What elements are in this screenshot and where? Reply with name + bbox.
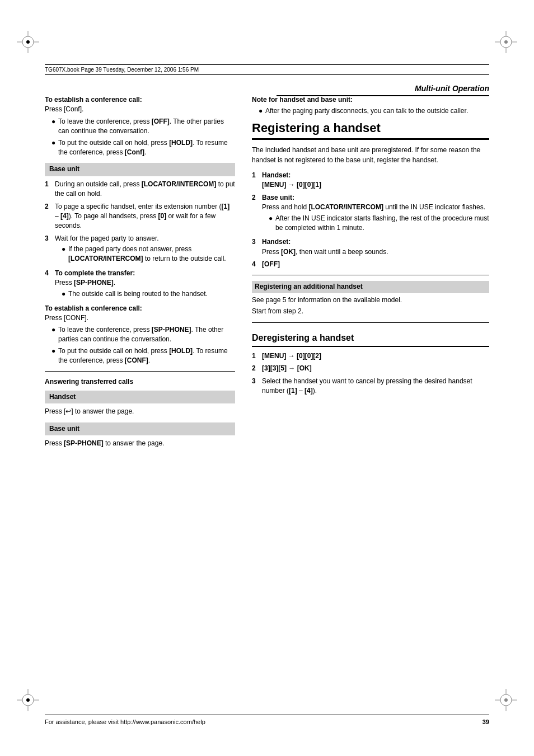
register-step-4: 4 [OFF] xyxy=(252,260,489,269)
additional-text2: Start from step 2. xyxy=(252,307,489,316)
corner-mark-bl xyxy=(17,689,39,711)
step-1-num: 1 xyxy=(45,180,55,199)
step-2: 2 To page a specific handset, enter its … xyxy=(45,202,235,231)
bullet-dot: ● xyxy=(62,245,68,264)
corner-mark-tr xyxy=(495,31,517,53)
bullet-item: ● The outside call is being routed to th… xyxy=(62,289,235,299)
base-unit2-text: Press [SP-PHONE] to answer the page. xyxy=(45,439,235,448)
conference-call-press: Press [Conf]. xyxy=(45,105,235,114)
deregister-step-1: 1 [MENU] → [0][0][2] xyxy=(252,351,489,361)
base-unit-label: Base unit xyxy=(49,165,79,173)
bullet-dot: ● xyxy=(259,106,265,116)
corner-mark-tl xyxy=(17,31,39,53)
base-unit2-label: Base unit xyxy=(49,425,79,433)
deregister-step-2: 2 [3][3][5] → [OK] xyxy=(252,364,489,373)
bullet-item: ● To put the outside call on hold, press… xyxy=(51,138,235,158)
bullet-dot: ● xyxy=(51,325,58,345)
note-bullet-text: After the paging party disconnects, you … xyxy=(265,106,489,116)
bullet-dot: ● xyxy=(269,214,275,233)
bullet-item: ● After the paging party disconnects, yo… xyxy=(259,106,489,116)
note-bullets: ● After the paging party disconnects, yo… xyxy=(259,106,489,116)
bullet-dot: ● xyxy=(62,289,68,299)
base-unit-box: Base unit xyxy=(45,163,235,176)
two-column-layout: To establish a conference call: Press [C… xyxy=(45,95,489,448)
step-3-bullets: ● If the paged party does not answer, pr… xyxy=(62,245,235,264)
step-4-bullets: ● The outside call is being routed to th… xyxy=(62,289,235,299)
bullet-item: ● To leave the conference, press [SP-PHO… xyxy=(51,325,235,345)
step-1: 1 During an outside call, press [LOCATOR… xyxy=(45,180,235,199)
step2-bullets: ● After the IN USE indicator starts flas… xyxy=(269,214,489,233)
footer-text: For assistance, please visit http://www.… xyxy=(45,719,205,725)
left-column: To establish a conference call: Press [C… xyxy=(45,95,235,448)
conference-heading-label: To establish a conference call: xyxy=(45,96,142,104)
note-title: Note for handset and base unit: xyxy=(252,95,489,105)
step-4: 4 To complete the transfer: Press [SP-PH… xyxy=(45,269,235,300)
page: TG607X.book Page 39 Tuesday, December 12… xyxy=(0,0,534,756)
conference-bullets: ● To leave the conference, press [OFF]. … xyxy=(51,117,235,158)
bullet-text: To put the outside call on hold, press [… xyxy=(58,138,235,158)
step-2-content: To page a specific handset, enter its ex… xyxy=(55,202,235,231)
right-column: Note for handset and base unit: ● After … xyxy=(252,95,489,448)
svg-point-17 xyxy=(26,698,30,702)
bullet-item: ● If the paged party does not answer, pr… xyxy=(62,245,235,264)
divider-1 xyxy=(45,371,235,372)
svg-point-11 xyxy=(504,40,508,44)
step-3-num: 3 xyxy=(45,234,55,266)
handset-text-content: Press [↩] to answer the page. xyxy=(45,407,134,415)
step-3: 3 Wait for the paged party to answer. ● … xyxy=(45,234,235,266)
deregister-step-3: 3 Select the handset you want to cancel … xyxy=(252,377,489,396)
register-step-1: 1 Handset: [MENU] → [0][0][1] xyxy=(252,171,489,190)
step-num: 3 xyxy=(252,237,262,257)
conference2-press-text: Press [CONF]. xyxy=(45,314,88,322)
divider-2 xyxy=(252,275,489,275)
deregister-heading: Deregistering a handset xyxy=(252,331,489,347)
step-content: Select the handset you want to cancel by… xyxy=(262,377,489,396)
conference2-heading-label: To establish a conference call: xyxy=(45,304,142,312)
bullet-dot: ● xyxy=(51,346,58,366)
bullet-text: If the paged party does not answer, pres… xyxy=(68,245,235,264)
bullet-text: To leave the conference, press [SP-PHONE… xyxy=(58,325,235,345)
register-step-2: 2 Base unit: Press and hold [LOCATOR/INT… xyxy=(252,193,489,235)
bullet-item: ● To leave the conference, press [OFF]. … xyxy=(51,117,235,137)
file-info-text: TG607X.book Page 39 Tuesday, December 12… xyxy=(45,67,199,73)
handset-box: Handset xyxy=(45,391,235,403)
conference-call-heading: To establish a conference call: xyxy=(45,95,235,105)
step-content: Handset: [MENU] → [0][0][1] xyxy=(262,171,489,190)
handset-label: Handset xyxy=(49,393,76,401)
step-2-num: 2 xyxy=(45,202,55,231)
handset-text: Press [↩] to answer the page. xyxy=(45,407,235,416)
conference-press-text: Press [Conf]. xyxy=(45,105,83,113)
main-heading: Registering a handset xyxy=(252,121,489,140)
content-area: To establish a conference call: Press [C… xyxy=(45,76,489,700)
step-4-num: 4 xyxy=(45,269,55,300)
step-content: [3][3][5] → [OK] xyxy=(262,364,489,373)
step-content: [OFF] xyxy=(262,260,489,269)
register-step-3: 3 Handset: Press [OK], then wait until a… xyxy=(252,237,489,257)
additional-text1: See page 5 for information on the availa… xyxy=(252,295,489,305)
additional-handset-box: Registering an additional handset xyxy=(252,281,489,293)
additional-heading-text: Registering an additional handset xyxy=(255,283,363,290)
step-num: 2 xyxy=(252,364,262,373)
conference2-bullets: ● To leave the conference, press [SP-PHO… xyxy=(51,325,235,366)
file-info-bar: TG607X.book Page 39 Tuesday, December 12… xyxy=(45,64,489,75)
answering-label-text: Answering transferred calls xyxy=(45,378,133,386)
step-num: 1 xyxy=(252,351,262,361)
svg-point-23 xyxy=(504,698,508,702)
step-content: Base unit: Press and hold [LOCATOR/INTER… xyxy=(262,193,489,235)
step-4-content: To complete the transfer: Press [SP-PHON… xyxy=(55,269,235,300)
base-unit2-box: Base unit xyxy=(45,422,235,435)
note-box: Note for handset and base unit: ● After … xyxy=(252,95,489,116)
bullet-text: The outside call is being routed to the … xyxy=(68,289,235,299)
conference-call2-heading: To establish a conference call: xyxy=(45,304,235,313)
bullet-text: To leave the conference, press [OFF]. Th… xyxy=(58,117,235,137)
conference-call2-press: Press [CONF]. xyxy=(45,313,235,323)
svg-point-5 xyxy=(26,40,30,44)
step-num: 2 xyxy=(252,193,262,235)
bullet-dot: ● xyxy=(51,117,58,137)
intro-text: The included handset and base unit are p… xyxy=(252,145,489,165)
step-content: [MENU] → [0][0][2] xyxy=(262,351,489,361)
divider-3 xyxy=(252,322,489,323)
step-content: Handset: Press [OK], then wait until a b… xyxy=(262,237,489,257)
bullet-text: After the IN USE indicator starts flashi… xyxy=(275,214,489,233)
page-number: 39 xyxy=(483,719,489,725)
